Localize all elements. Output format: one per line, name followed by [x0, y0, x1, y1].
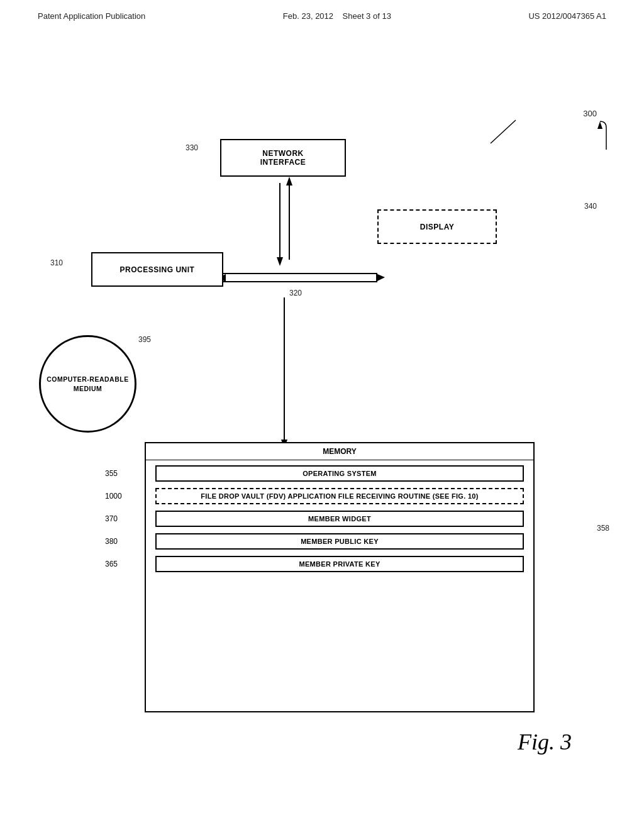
diagram-area: 300 NETWORK INTERFACE 330 DISPLAY 340 PR… — [0, 27, 644, 782]
patent-number-label: US 2012/0047365 A1 — [528, 11, 606, 21]
operating-system-box: OPERATING SYSTEM — [155, 465, 524, 482]
ref-330-label: 330 — [186, 143, 198, 152]
ref-340-label: 340 — [584, 202, 597, 211]
computer-readable-medium-circle: COMPUTER-READABLE MEDIUM — [39, 335, 136, 433]
svg-line-10 — [491, 120, 516, 143]
svg-marker-11 — [597, 121, 602, 129]
member-widget-box: MEMBER WIDGET — [155, 511, 524, 527]
memory-container: MEMORY 355 OPERATING SYSTEM 1000 FILE DR… — [145, 442, 535, 712]
member-public-key-box: MEMBER PUBLIC KEY — [155, 533, 524, 550]
network-interface-box: NETWORK INTERFACE — [220, 139, 346, 177]
member-private-key-box: MEMBER PRIVATE KEY — [155, 556, 524, 572]
ref-355-label: 355 — [105, 469, 118, 478]
ref-1000-label: 1000 — [105, 492, 122, 501]
ref-380-label: 380 — [105, 537, 118, 546]
processing-unit-box: PROCESSING UNIT — [91, 252, 223, 287]
ref-370-label: 370 — [105, 514, 118, 523]
svg-marker-3 — [277, 257, 283, 266]
svg-marker-7 — [376, 274, 385, 282]
ref-365-label: 365 — [105, 560, 118, 568]
ref-300-bracket — [562, 115, 613, 153]
figure-caption: Fig. 3 — [518, 729, 572, 755]
ref-358-label: 358 — [597, 524, 609, 533]
page-header: Patent Application Publication Feb. 23, … — [0, 0, 644, 27]
ref-395-label: 395 — [138, 335, 151, 344]
publication-label: Patent Application Publication — [38, 11, 145, 21]
page: Patent Application Publication Feb. 23, … — [0, 0, 644, 782]
ref-310-label: 310 — [50, 258, 63, 267]
svg-marker-1 — [286, 177, 292, 185]
memory-title: MEMORY — [146, 443, 533, 460]
fdv-routine-box: FILE DROP VAULT (FDV) APPLICATION FILE R… — [155, 488, 524, 504]
display-box: DISPLAY — [377, 209, 497, 244]
date-sheet-label: Feb. 23, 2012 Sheet 3 of 13 — [283, 11, 391, 21]
ref-320-label: 320 — [289, 289, 302, 297]
